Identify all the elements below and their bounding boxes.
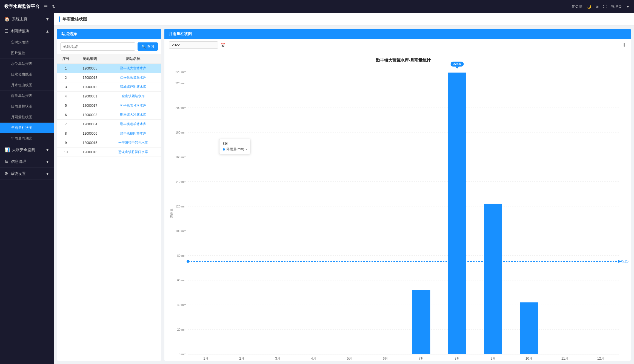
table-row[interactable]: 3 12000012 碧城镇芦彩篝水库 — [57, 82, 161, 92]
sidebar-item-realtime[interactable]: 实时水雨情 — [0, 37, 54, 48]
table-row[interactable]: 10 12000016 恐龙山镇竹篝口水库 — [57, 148, 161, 157]
bar-9月[interactable] — [484, 204, 502, 354]
y-tick-label: 180 mm — [175, 131, 186, 134]
bar-7月[interactable] — [412, 290, 430, 354]
cell-name: 恐龙山镇竹篝口水库 — [105, 148, 161, 157]
col-code: 测站编码 — [75, 54, 105, 64]
left-panel: 站点选择 🔍 查询 序号 测站编码 测站名称 — [57, 29, 161, 361]
table-row[interactable]: 8 12000006 勤丰镇秧田篝水库 — [57, 129, 161, 138]
station-table-container: 序号 测站编码 测站名称 1 12000005 勤丰镇大营篝水库 2 12000… — [57, 54, 161, 361]
sidebar-group-dam[interactable]: 📊大坝安全监测▼ — [0, 144, 54, 156]
col-no: 序号 — [57, 54, 75, 64]
user-menu[interactable]: 管理员 — [611, 4, 622, 9]
table-row[interactable]: 7 12000004 勤丰镇老羊篝水库 — [57, 120, 161, 129]
x-label-9月: 9月 — [490, 357, 496, 360]
sidebar-item-picture[interactable]: 图片监控 — [0, 48, 54, 59]
table-row[interactable]: 2 12000018 仁兴镇长坡篝水库 — [57, 73, 161, 82]
cell-no: 3 — [57, 82, 75, 92]
message-icon[interactable]: ✉ — [596, 5, 599, 9]
cell-no: 1 — [57, 64, 75, 73]
x-label-11月: 11月 — [561, 357, 568, 360]
sidebar-item-daily-curve[interactable]: 日水位曲线图 — [0, 69, 54, 80]
menu-icon[interactable]: ☰ — [44, 4, 48, 9]
cell-code: 12000006 — [75, 129, 105, 138]
y-tick-label: 229 mm — [175, 70, 186, 74]
sidebar-group-rainfall[interactable]: ☰水雨情监测▲ — [0, 25, 54, 37]
sidebar-item-monthly-curve[interactable]: 月水位曲线图 — [0, 80, 54, 91]
search-button[interactable]: 🔍 查询 — [138, 42, 158, 51]
y-tick-label: 200 mm — [175, 106, 186, 109]
year-select-wrapper: 📅 — [169, 41, 226, 49]
chart-svg: 勤丰镇大营篝水库-月雨量统计降雨量0 mm20 mm40 mm60 mm80 m… — [169, 56, 631, 361]
fullscreen-icon[interactable]: ⛶ — [603, 5, 607, 9]
weather-display: 0°C 晴 — [572, 4, 582, 9]
search-input[interactable] — [60, 42, 135, 51]
x-label-10月: 10月 — [526, 357, 532, 360]
table-header-row: 序号 测站编码 测站名称 — [57, 54, 161, 64]
table-row[interactable]: 6 12000003 勤丰镇大冲篝水库 — [57, 110, 161, 120]
peak-pointer — [456, 67, 459, 69]
cell-no: 6 — [57, 110, 75, 120]
y-tick-label: 80 mm — [177, 254, 186, 257]
cell-no: 5 — [57, 101, 75, 110]
cell-no: 9 — [57, 138, 75, 148]
bar-8月[interactable] — [448, 73, 466, 354]
average-dot — [187, 260, 189, 263]
app-title: 数字水库监管平台 — [4, 4, 39, 10]
cell-code: 12000012 — [75, 82, 105, 92]
cell-name: 仁兴镇长坡篝水库 — [105, 73, 161, 82]
station-panel-header: 站点选择 — [57, 29, 161, 39]
cell-code: 12000017 — [75, 101, 105, 110]
sidebar-item-yearly-bar[interactable]: 年雨量柱状图 — [0, 123, 54, 133]
cell-no: 8 — [57, 129, 75, 138]
cell-code: 12000015 — [75, 138, 105, 148]
cell-name: 勤丰镇大营篝水库 — [105, 64, 161, 73]
year-input[interactable] — [169, 41, 218, 49]
cell-no: 2 — [57, 73, 75, 82]
sidebar-item-monthly-bar[interactable]: 月雨量柱状图 — [0, 112, 54, 123]
cell-name: 碧城镇芦彩篝水库 — [105, 82, 161, 92]
chart-panel-header: 月雨量柱状图 — [164, 29, 631, 39]
x-label-6月: 6月 — [383, 357, 388, 360]
x-label-5月: 5月 — [347, 357, 352, 360]
table-row[interactable]: 9 12000015 一平浪镇中兴井水库 — [57, 138, 161, 148]
right-panel: 月雨量柱状图 📅 ⬇ 勤丰镇大营篝水库-月雨量统计降雨量0 mm20 mm40 … — [164, 29, 631, 361]
x-label-8月: 8月 — [455, 357, 460, 360]
search-btn-label: 查询 — [147, 44, 154, 49]
x-label-4月: 4月 — [311, 357, 316, 360]
sidebar-item-water-report[interactable]: 水位单站报表 — [0, 59, 54, 69]
cell-name: 和平镇老马河水库 — [105, 101, 161, 110]
topbar-icons: ☰ ↻ — [44, 4, 56, 9]
table-row[interactable]: 5 12000017 和平镇老马河水库 — [57, 101, 161, 110]
sidebar-group-home[interactable]: 🏠系统主页▼ — [0, 13, 54, 25]
sidebar-item-yearly-compare[interactable]: 年雨量同期比 — [0, 133, 54, 144]
y-axis-label: 降雨量 — [170, 208, 173, 218]
moon-icon: 🌙 — [587, 5, 591, 9]
calendar-icon[interactable]: 📅 — [220, 42, 226, 48]
sidebar-item-rain-report[interactable]: 雨量单站报表 — [0, 91, 54, 101]
topbar-left: 数字水库监管平台 ☰ ↻ — [4, 4, 56, 10]
user-dropdown-icon[interactable]: ▼ — [626, 5, 630, 9]
chart-area: 勤丰镇大营篝水库-月雨量统计降雨量0 mm20 mm40 mm60 mm80 m… — [164, 51, 631, 361]
cell-code: 12000004 — [75, 120, 105, 129]
sidebar-item-daily-bar[interactable]: 日雨量柱状图 — [0, 101, 54, 112]
table-row[interactable]: 1 12000005 勤丰镇大营篝水库 — [57, 64, 161, 73]
cell-name: 金山镇团结水库 — [105, 92, 161, 101]
sidebar-group-settings[interactable]: ⚙系统设置▼ — [0, 168, 54, 180]
search-bar: 🔍 查询 — [57, 39, 161, 54]
bar-10月[interactable] — [520, 302, 538, 354]
table-row[interactable]: 4 12000001 金山镇团结水库 — [57, 92, 161, 101]
cell-code: 12000001 — [75, 92, 105, 101]
cell-no: 4 — [57, 92, 75, 101]
refresh-icon[interactable]: ↻ — [52, 4, 56, 9]
y-tick-label: 0 mm — [179, 353, 187, 356]
col-name: 测站名称 — [105, 54, 161, 64]
sidebar-group-info[interactable]: 🖥信息管理▼ — [0, 156, 54, 168]
layout: 🏠系统主页▼☰水雨情监测▲实时水雨情图片监控水位单站报表日水位曲线图月水位曲线图… — [0, 13, 634, 364]
cell-no: 7 — [57, 120, 75, 129]
x-label-3月: 3月 — [275, 357, 280, 360]
x-label-12月: 12月 — [597, 357, 604, 360]
x-label-1月: 1月 — [203, 357, 209, 360]
y-tick-label: 140 mm — [175, 180, 186, 183]
download-icon[interactable]: ⬇ — [622, 42, 626, 48]
